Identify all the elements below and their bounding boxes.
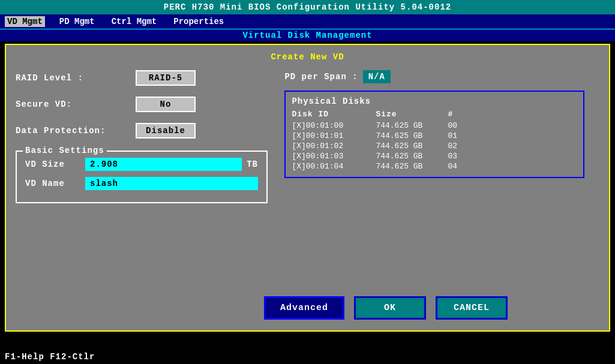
title-bar: PERC H730 Mini BIOS Configuration Utilit… [0, 0, 615, 14]
vd-size-unit: TB [247, 160, 258, 169]
advanced-button[interactable]: Advanced [264, 296, 344, 320]
main-content: Create New VD RAID Level : RAID-5 Secure… [5, 44, 610, 332]
table-row[interactable]: [X]00:01:02 744.625 GB 02 [292, 142, 577, 151]
secure-vd-value[interactable]: No [136, 97, 196, 112]
disk-size-cell: 744.625 GB [376, 152, 448, 161]
menu-item-properties[interactable]: Properties [171, 16, 226, 27]
col-num-header: # [448, 110, 472, 119]
raid-level-value[interactable]: RAID-5 [136, 70, 196, 86]
create-new-vd-title: Create New VD [16, 52, 599, 62]
disk-size-cell: 744.625 GB [376, 131, 448, 140]
buttons-row: Advanced OK CANCEL [264, 296, 508, 320]
secure-vd-label: Secure VD: [16, 100, 136, 109]
disk-rows-container: [X]00:01:00 744.625 GB 00 [X]00:01:01 74… [292, 121, 577, 171]
table-row[interactable]: [X]00:01:04 744.625 GB 04 [292, 162, 577, 171]
status-bar: F1-Help F12-Ctlr [0, 350, 615, 364]
disk-id-cell: [X]00:01:03 [292, 152, 376, 161]
disk-size-cell: 744.625 GB [376, 162, 448, 171]
pd-span-value: N/A [363, 70, 391, 83]
ok-button[interactable]: OK [354, 296, 426, 320]
col-diskid-header: Disk ID [292, 110, 376, 119]
disk-num-cell: 04 [448, 162, 472, 171]
vd-name-row: VD Name slash [25, 177, 258, 190]
left-panel: RAID Level : RAID-5 Secure VD: No Data P… [16, 70, 268, 203]
physical-disks-title: Physical Disks [292, 97, 577, 106]
menu-item-vd-mgmt[interactable]: VD Mgmt [5, 16, 45, 27]
cancel-button[interactable]: CANCEL [436, 296, 508, 320]
menu-item-pd-mgmt[interactable]: PD Mgmt [57, 16, 97, 27]
pd-span-label: PD per Span : [284, 72, 358, 82]
disk-num-cell: 00 [448, 121, 472, 130]
right-panel: PD per Span : N/A Physical Disks Disk ID… [284, 70, 584, 178]
basic-settings-title: Basic Settings [23, 146, 107, 155]
disk-size-cell: 744.625 GB [376, 142, 448, 151]
menu-item-ctrl-mgmt[interactable]: Ctrl Mgmt [109, 16, 160, 27]
disk-num-cell: 02 [448, 142, 472, 151]
disk-num-cell: 03 [448, 152, 472, 161]
data-protection-row: Data Protection: Disable [16, 123, 268, 139]
pd-span-row: PD per Span : N/A [284, 70, 584, 83]
disk-table-header: Disk ID Size # [292, 110, 577, 119]
vd-size-input[interactable]: 2.908 [85, 158, 242, 171]
disk-id-cell: [X]00:01:00 [292, 121, 376, 130]
vd-size-row: VD Size 2.908 TB [25, 158, 258, 171]
physical-disks-box: Physical Disks Disk ID Size # [X]00:01:0… [284, 91, 584, 178]
raid-level-row: RAID Level : RAID-5 [16, 70, 268, 86]
vd-size-label: VD Size [25, 160, 85, 169]
disk-id-cell: [X]00:01:01 [292, 131, 376, 140]
vd-name-label: VD Name [25, 179, 85, 188]
disk-num-cell: 01 [448, 131, 472, 140]
basic-settings-box: Basic Settings VD Size 2.908 TB VD Name … [16, 151, 268, 203]
disk-id-cell: [X]00:01:04 [292, 162, 376, 171]
table-row[interactable]: [X]00:01:03 744.625 GB 03 [292, 152, 577, 161]
secure-vd-row: Secure VD: No [16, 97, 268, 112]
menu-bar: VD Mgmt PD Mgmt Ctrl Mgmt Properties [0, 14, 615, 29]
subtitle-bar: Virtual Disk Management [0, 29, 615, 41]
disk-size-cell: 744.625 GB [376, 121, 448, 130]
raid-level-label: RAID Level : [16, 73, 136, 83]
vd-name-input[interactable]: slash [85, 177, 258, 190]
data-protection-value[interactable]: Disable [136, 123, 196, 139]
data-protection-label: Data Protection: [16, 126, 136, 136]
table-row[interactable]: [X]00:01:00 744.625 GB 00 [292, 121, 577, 130]
table-row[interactable]: [X]00:01:01 744.625 GB 01 [292, 131, 577, 140]
disk-id-cell: [X]00:01:02 [292, 142, 376, 151]
col-size-header: Size [376, 110, 448, 119]
